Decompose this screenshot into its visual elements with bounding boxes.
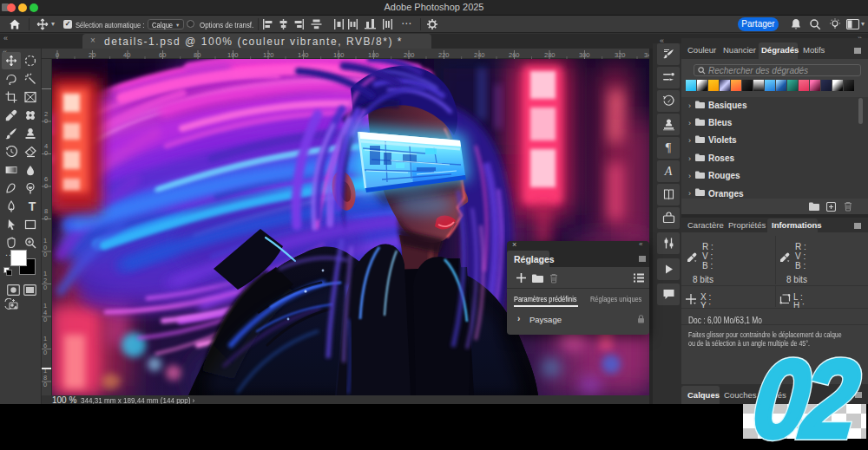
svg-text:0: 0 bbox=[43, 284, 47, 291]
svg-text:0: 0 bbox=[43, 349, 47, 356]
svg-text:02: 02 bbox=[748, 349, 864, 447]
svg-text:80: 80 bbox=[194, 51, 201, 59]
svg-text:0: 0 bbox=[44, 214, 48, 222]
svg-text:40: 40 bbox=[123, 51, 130, 59]
svg-text:0: 0 bbox=[44, 149, 48, 157]
